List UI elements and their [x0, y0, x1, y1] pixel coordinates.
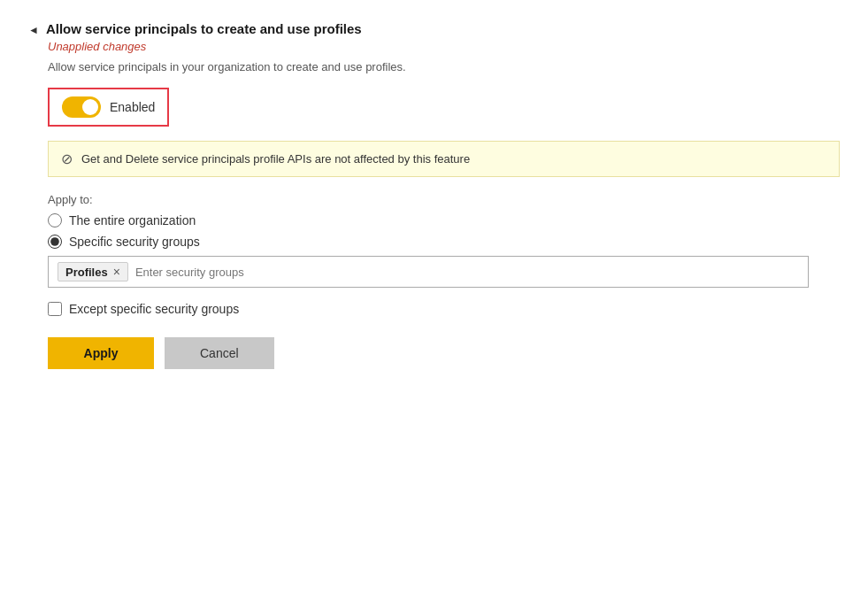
- toggle-label: Enabled: [110, 100, 155, 114]
- toggle-container: Enabled: [48, 88, 169, 127]
- except-checkbox-label[interactable]: Except specific security groups: [48, 302, 840, 316]
- info-message: Get and Delete service principals profil…: [81, 152, 470, 166]
- apply-button[interactable]: Apply: [48, 337, 154, 369]
- button-row: Apply Cancel: [48, 337, 840, 369]
- security-groups-text-input[interactable]: [135, 266, 799, 279]
- radio-entire-org-label: The entire organization: [69, 213, 196, 227]
- radio-entire-org[interactable]: The entire organization: [48, 213, 840, 227]
- cancel-button[interactable]: Cancel: [165, 337, 274, 369]
- profiles-tag: Profiles ×: [58, 262, 128, 281]
- radio-entire-org-input[interactable]: [48, 213, 62, 227]
- section-header: ◄ Allow service principals to create and…: [28, 21, 840, 36]
- collapse-arrow-icon[interactable]: ◄: [28, 24, 39, 36]
- apply-to-label: Apply to:: [48, 193, 840, 206]
- except-label: Except specific security groups: [69, 302, 239, 316]
- enabled-toggle[interactable]: [62, 96, 101, 118]
- info-banner: ⊘ Get and Delete service principals prof…: [48, 141, 840, 177]
- section-title: Allow service principals to create and u…: [46, 21, 362, 36]
- unapplied-changes-label: Unapplied changes: [48, 40, 840, 53]
- except-checkbox-input[interactable]: [48, 302, 62, 316]
- radio-specific-groups-label: Specific security groups: [69, 235, 200, 249]
- section-description: Allow service principals in your organiz…: [48, 60, 840, 73]
- radio-specific-groups[interactable]: Specific security groups: [48, 235, 840, 249]
- tag-close-button[interactable]: ×: [113, 265, 120, 279]
- tag-label: Profiles: [65, 266, 108, 279]
- info-icon: ⊘: [61, 150, 73, 167]
- radio-specific-groups-input[interactable]: [48, 235, 62, 249]
- security-groups-input-container: Profiles ×: [48, 256, 809, 288]
